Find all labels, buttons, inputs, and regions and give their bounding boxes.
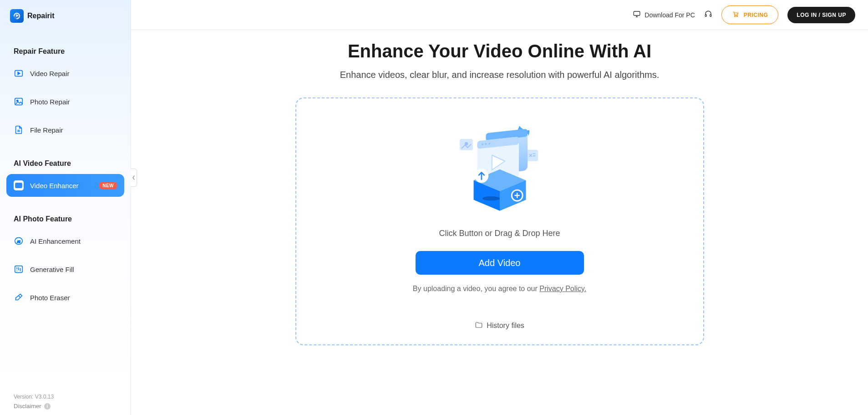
support-link[interactable] (704, 10, 712, 20)
sidebar-item-label: AI Enhancement (30, 237, 81, 245)
sidebar-item-label: File Repair (30, 126, 63, 134)
svg-point-20 (736, 16, 737, 17)
sidebar-item-generative-fill[interactable]: Generative Fill (6, 258, 124, 281)
sidebar-item-label: Photo Eraser (30, 294, 70, 302)
main-area: Download For PC PRICING LOG IN / SIGN UP… (131, 0, 868, 415)
sidebar-item-file-repair[interactable]: File Repair (6, 118, 124, 141)
disclaimer-link[interactable]: Disclaimer i (14, 403, 124, 410)
svg-text:AI: AI (17, 184, 20, 187)
sidebar-item-video-enhancer[interactable]: AI Video Enhancer NEW (6, 174, 124, 197)
brand-name: Repairit (27, 12, 55, 20)
disclaimer-label: Disclaimer (14, 403, 41, 410)
folder-icon (475, 321, 483, 330)
agree-text: By uploading a video, you agree to our P… (413, 285, 586, 293)
upload-illustration-icon: AI (452, 119, 548, 215)
ai-video-icon: AI (14, 180, 24, 190)
add-video-label: Add Video (479, 258, 521, 268)
svg-rect-17 (705, 15, 706, 17)
svg-marker-3 (18, 72, 20, 75)
login-signup-button[interactable]: LOG IN / SIGN UP (787, 7, 855, 23)
download-label: Download For PC (645, 11, 695, 19)
page-subtitle: Enhance videos, clear blur, and increase… (340, 70, 660, 80)
svg-text:AI: AI (17, 240, 20, 244)
pricing-button[interactable]: PRICING (721, 5, 779, 24)
sidebar-section-title: AI Photo Feature (14, 215, 124, 223)
photo-icon (14, 97, 24, 107)
content-area: Enhance Your Video Online With AI Enhanc… (131, 30, 868, 415)
sidebar-item-ai-enhancement[interactable]: AI AI Enhancement (6, 230, 124, 252)
add-video-button[interactable]: Add Video (416, 251, 584, 275)
dropzone-hint: Click Button or Drag & Drop Here (439, 229, 560, 238)
svg-rect-23 (526, 150, 538, 161)
new-badge: NEW (99, 182, 117, 189)
sidebar-collapse-toggle[interactable] (131, 169, 137, 187)
page-title: Enhance Your Video Online With AI (348, 41, 651, 61)
sidebar-item-photo-eraser[interactable]: Photo Eraser (6, 286, 124, 309)
history-label: History files (487, 322, 524, 330)
privacy-policy-link[interactable]: Privacy Policy. (539, 285, 586, 292)
topbar: Download For PC PRICING LOG IN / SIGN UP (131, 0, 868, 30)
download-for-pc-link[interactable]: Download For PC (633, 10, 695, 20)
ai-enhance-icon: AI (14, 236, 24, 246)
headset-icon (704, 10, 712, 20)
sidebar-section-title: Repair Feature (14, 47, 124, 56)
sidebar: Repairit Repair Feature Video Repair Pho… (0, 0, 131, 415)
sidebar-item-label: Video Repair (30, 70, 69, 77)
svg-rect-14 (634, 11, 640, 15)
cart-icon (732, 10, 739, 19)
sidebar-section-title: AI Video Feature (14, 159, 124, 168)
svg-line-13 (19, 296, 20, 297)
pricing-label: PRICING (744, 12, 768, 18)
history-files-link[interactable]: History files (475, 321, 524, 330)
sidebar-item-label: Generative Fill (30, 266, 74, 273)
svg-point-33 (482, 196, 499, 201)
brand-mark-icon (10, 9, 24, 23)
svg-rect-18 (710, 15, 711, 17)
info-icon: i (44, 403, 51, 410)
eraser-icon (14, 292, 24, 302)
upload-dropzone[interactable]: AI (295, 97, 704, 345)
video-play-icon (14, 68, 24, 78)
agree-prefix: By uploading a video, you agree to our (413, 285, 539, 292)
sidebar-item-video-repair[interactable]: Video Repair (6, 62, 124, 85)
login-label: LOG IN / SIGN UP (797, 12, 846, 18)
svg-point-19 (734, 16, 735, 17)
monitor-icon (633, 10, 641, 20)
version-text: Version: V3.0.13 (14, 394, 124, 400)
sidebar-item-label: Video Enhancer (30, 182, 78, 190)
file-icon (14, 125, 24, 135)
sidebar-item-photo-repair[interactable]: Photo Repair (6, 90, 124, 113)
brand-logo[interactable]: Repairit (10, 9, 124, 23)
gen-fill-icon (14, 264, 24, 274)
sidebar-item-label: Photo Repair (30, 98, 70, 106)
sidebar-footer: Version: V3.0.13 Disclaimer i (6, 394, 124, 410)
